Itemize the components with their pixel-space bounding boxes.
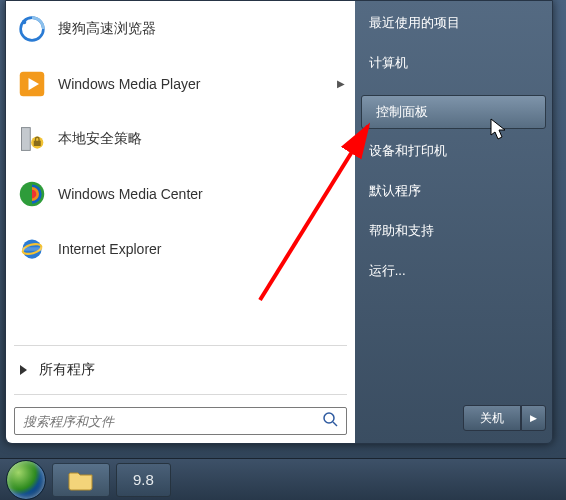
right-item-devices[interactable]: 设备和打印机 <box>355 131 552 171</box>
program-label: Internet Explorer <box>58 241 345 257</box>
triangle-right-icon <box>20 365 27 375</box>
right-item-recent[interactable]: 最近使用的项目 <box>355 3 552 43</box>
shutdown-label: 关机 <box>480 410 504 427</box>
program-item-wmp[interactable]: Windows Media Player ▶ <box>6 56 355 111</box>
svg-rect-13 <box>22 247 41 251</box>
taskbar: 9.8 <box>0 458 566 500</box>
wmc-icon <box>16 178 48 210</box>
right-item-label: 最近使用的项目 <box>369 14 460 32</box>
search-container <box>6 399 355 443</box>
program-label: Windows Media Center <box>58 186 345 202</box>
shutdown-button[interactable]: 关机 <box>463 405 521 431</box>
svg-point-14 <box>324 413 334 423</box>
right-item-label: 控制面板 <box>376 103 428 121</box>
program-item-secpol[interactable]: 本地安全策略 <box>6 111 355 166</box>
ie-icon <box>16 233 48 265</box>
chevron-right-icon: ▶ <box>530 413 537 423</box>
svg-rect-4 <box>22 127 31 150</box>
program-item-ie[interactable]: Internet Explorer <box>6 221 355 276</box>
right-item-label: 设备和打印机 <box>369 142 447 160</box>
taskbar-rating-value: 9.8 <box>133 471 154 488</box>
right-item-help[interactable]: 帮助和支持 <box>355 211 552 251</box>
right-item-run[interactable]: 运行... <box>355 251 552 291</box>
svg-point-1 <box>22 19 26 23</box>
program-label: 搜狗高速浏览器 <box>58 20 345 38</box>
start-menu: 搜狗高速浏览器 Windows Media Player ▶ 本地安全策略 <box>5 0 553 444</box>
right-item-control-panel[interactable]: 控制面板 <box>361 95 546 129</box>
submenu-arrow-icon: ▶ <box>337 78 345 89</box>
program-item-wmc[interactable]: Windows Media Center <box>6 166 355 221</box>
program-item-sogou[interactable]: 搜狗高速浏览器 <box>6 1 355 56</box>
shutdown-group: 关机 ▶ <box>463 405 546 431</box>
svg-line-15 <box>333 422 337 426</box>
divider <box>14 345 347 346</box>
program-list: 搜狗高速浏览器 Windows Media Player ▶ 本地安全策略 <box>6 1 355 341</box>
right-item-label: 计算机 <box>369 54 408 72</box>
taskbar-explorer-button[interactable] <box>52 463 110 497</box>
right-item-label: 帮助和支持 <box>369 222 434 240</box>
start-orb-button[interactable] <box>6 460 46 500</box>
search-input[interactable] <box>15 414 314 429</box>
divider <box>14 394 347 395</box>
svg-rect-8 <box>34 140 41 145</box>
right-item-label: 运行... <box>369 262 406 280</box>
start-menu-right-pane: 最近使用的项目 计算机 控制面板 设备和打印机 默认程序 帮助和支持 运行...… <box>355 1 552 443</box>
search-box[interactable] <box>14 407 347 435</box>
all-programs-label: 所有程序 <box>39 361 95 379</box>
folder-icon <box>68 469 94 491</box>
right-item-computer[interactable]: 计算机 <box>355 43 552 83</box>
sogou-icon <box>16 13 48 45</box>
taskbar-rating-segment[interactable]: 9.8 <box>116 463 171 497</box>
right-item-default-programs[interactable]: 默认程序 <box>355 171 552 211</box>
secpol-icon <box>16 123 48 155</box>
wmp-icon <box>16 68 48 100</box>
program-label: Windows Media Player <box>58 76 337 92</box>
shutdown-options-button[interactable]: ▶ <box>521 405 546 431</box>
program-label: 本地安全策略 <box>58 130 345 148</box>
search-icon[interactable] <box>314 411 346 431</box>
all-programs-button[interactable]: 所有程序 <box>6 350 355 390</box>
right-item-label: 默认程序 <box>369 182 421 200</box>
start-menu-left-pane: 搜狗高速浏览器 Windows Media Player ▶ 本地安全策略 <box>6 1 355 443</box>
